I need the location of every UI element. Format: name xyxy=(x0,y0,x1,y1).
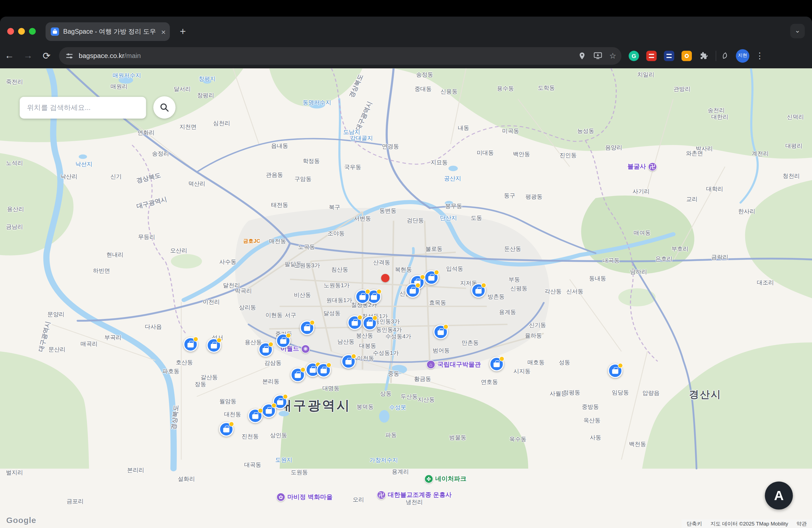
browser-window: BagSpace - 여행 가방 정리 도우 × + ⌄ ← → ⟳ bagsp… xyxy=(0,17,812,528)
bag-storage-marker[interactable] xyxy=(424,270,439,285)
terms-link[interactable]: 약관 xyxy=(797,520,807,527)
bag-storage-marker[interactable] xyxy=(207,338,221,353)
map-canvas[interactable]: 대구광역시경산시경상북도대구광역시경상북도대구광역시경상북도대구광역시매원저수지… xyxy=(0,69,812,528)
screen: BagSpace - 여행 가방 정리 도우 × + ⌄ ← → ⟳ bagsp… xyxy=(0,0,812,528)
bag-storage-marker[interactable] xyxy=(608,363,623,378)
bag-storage-marker[interactable] xyxy=(291,368,305,382)
bag-storage-marker[interactable] xyxy=(489,357,504,371)
map-attribution: 단축키 지도 데이터 ©2025 TMap Mobility 약관 xyxy=(681,519,812,528)
window-zoom-button[interactable] xyxy=(29,28,35,34)
bookmark-star-icon[interactable]: ☆ xyxy=(609,51,616,60)
bag-storage-marker[interactable] xyxy=(347,316,362,330)
toolbar-divider xyxy=(715,50,716,61)
browser-profile-avatar[interactable]: 지현 xyxy=(736,49,749,62)
install-app-icon[interactable] xyxy=(593,52,602,60)
bag-storage-marker[interactable] xyxy=(317,363,331,378)
new-tab-button[interactable]: + xyxy=(176,25,189,37)
google-logo: Google xyxy=(6,516,37,525)
window-close-button[interactable] xyxy=(7,28,14,34)
bag-storage-marker[interactable] xyxy=(219,422,234,437)
map-data-credit: 지도 데이터 ©2025 TMap Mobility xyxy=(710,520,788,527)
search-overlay xyxy=(19,97,175,119)
site-settings-tune-icon[interactable] xyxy=(65,52,73,60)
current-location-red-marker[interactable] xyxy=(381,274,389,282)
bag-storage-marker[interactable] xyxy=(262,404,276,418)
search-button[interactable] xyxy=(153,97,176,119)
bag-storage-marker[interactable] xyxy=(433,325,448,339)
bag-storage-marker[interactable] xyxy=(342,354,356,369)
bag-storage-marker[interactable] xyxy=(405,283,420,298)
bag-storage-marker[interactable] xyxy=(184,337,198,352)
extension-icon[interactable] xyxy=(682,50,692,61)
forward-button[interactable]: → xyxy=(19,50,38,61)
bag-storage-marker[interactable] xyxy=(248,408,263,423)
window-minimize-button[interactable] xyxy=(18,28,25,34)
browser-toolbar: ← → ⟳ bagspace.co.kr/main ☆ xyxy=(0,44,812,69)
browser-menu-kebab-icon[interactable]: ⋮ xyxy=(756,51,764,61)
reload-button[interactable]: ⟳ xyxy=(37,50,56,61)
leaf-icon[interactable] xyxy=(721,52,730,60)
bag-storage-marker[interactable] xyxy=(471,283,486,298)
bag-storage-marker[interactable] xyxy=(276,334,291,348)
tab-favicon-bag-icon xyxy=(51,27,59,35)
extension-icon[interactable] xyxy=(646,50,657,61)
tab-search-chevron-icon[interactable]: ⌄ xyxy=(790,24,805,39)
location-pin-icon[interactable] xyxy=(578,52,586,60)
bag-storage-marker[interactable] xyxy=(259,342,273,357)
extension-icon[interactable]: G xyxy=(628,50,639,61)
search-icon xyxy=(160,102,170,113)
profile-fab-button[interactable]: A xyxy=(765,482,793,510)
bag-storage-marker[interactable] xyxy=(300,321,315,335)
tab-title: BagSpace - 여행 가방 정리 도우 xyxy=(63,27,158,36)
puzzle-extensions-icon[interactable] xyxy=(699,51,708,60)
bag-storage-marker[interactable] xyxy=(355,289,370,304)
extensions-area: G xyxy=(628,50,692,61)
back-button[interactable]: ← xyxy=(0,50,19,61)
shortcut-link[interactable]: 단축키 xyxy=(686,520,702,527)
browser-tab[interactable]: BagSpace - 여행 가방 정리 도우 × xyxy=(46,23,170,41)
address-bar[interactable]: bagspace.co.kr/main ☆ xyxy=(59,47,621,64)
search-input[interactable] xyxy=(19,97,146,118)
tab-strip: BagSpace - 여행 가방 정리 도우 × + ⌄ xyxy=(0,17,812,44)
map-markers-layer xyxy=(0,69,812,528)
url-text: bagspace.co.kr/main xyxy=(79,52,570,60)
tab-close-icon[interactable]: × xyxy=(161,28,166,35)
extension-icon[interactable] xyxy=(664,50,675,61)
bag-storage-marker[interactable] xyxy=(363,316,377,331)
